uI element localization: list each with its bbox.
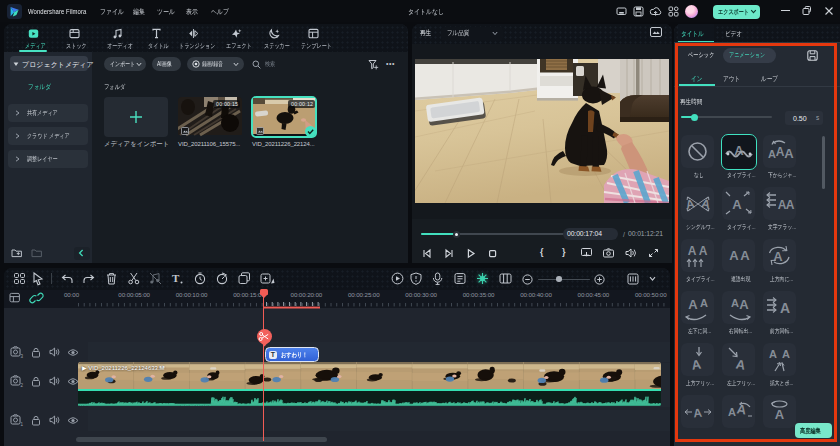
svg-text:T: T	[172, 272, 180, 284]
